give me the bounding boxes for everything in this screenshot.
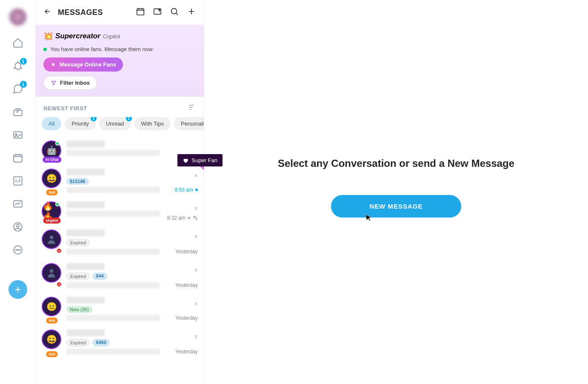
avatar: 😐Hot xyxy=(42,297,62,321)
new-message-button[interactable]: NEW MESSAGE xyxy=(331,195,461,218)
conversation-item[interactable]: 😐HotNew (3h)×Yesterday xyxy=(36,292,204,325)
money-tag: $460 xyxy=(92,339,109,347)
close-icon[interactable]: × xyxy=(194,205,198,212)
online-dot-icon xyxy=(43,48,47,51)
avatar-tag: Urgent xyxy=(43,218,61,224)
notifications-icon[interactable]: 1 xyxy=(12,60,23,72)
avatar-x-icon: ✕ xyxy=(56,248,62,254)
convo-preview-redacted xyxy=(66,150,160,156)
filter-inbox-label: Filter Inbox xyxy=(60,80,90,86)
conversation-item[interactable]: ✕Expired$44×Yesterday xyxy=(36,259,204,292)
avatar: 😄Hot xyxy=(42,330,62,355)
convo-preview-redacted xyxy=(66,249,160,255)
conversation-item[interactable]: 🔥🔥Urgent×8:32 am xyxy=(36,197,204,225)
conversation-item[interactable]: 😄Hot$15186×8:53 am xyxy=(36,164,204,197)
analytics-icon[interactable] xyxy=(12,198,23,209)
avatar: ✕ xyxy=(42,263,62,288)
unread-dot-icon xyxy=(195,189,198,191)
avatar-tag: AI Chat xyxy=(43,157,61,163)
convo-name-redacted xyxy=(66,140,105,147)
money-tag: $44 xyxy=(92,272,107,280)
convo-name-redacted xyxy=(66,201,105,208)
avatar: 🤖AI Chat xyxy=(42,140,62,160)
messages-panel: MESSAGES 💥 Supercreator Copilot You have… xyxy=(36,0,204,384)
status-tag: Expired xyxy=(66,272,90,280)
close-icon[interactable]: × xyxy=(194,333,198,341)
convo-name-redacted xyxy=(66,169,105,175)
convo-preview-redacted xyxy=(66,211,160,217)
convo-name-redacted xyxy=(66,297,105,304)
messages-icon[interactable]: 1 xyxy=(12,83,23,95)
superfan-text: Super Fan xyxy=(191,157,217,163)
filter-chip[interactable]: Unread1 xyxy=(99,117,131,130)
filter-chip[interactable]: Priority1 xyxy=(65,117,95,130)
superfan-tooltip: Super Fan xyxy=(177,154,223,166)
close-icon[interactable]: × xyxy=(194,300,198,308)
conversation-item[interactable]: 😄HotExpired$460×Yesterday xyxy=(36,325,204,359)
message-online-label: Message Online Fans xyxy=(60,61,116,68)
compose-button[interactable] xyxy=(9,280,27,299)
left-nav-rail: 1 1 xyxy=(0,0,36,384)
notif-badge: 1 xyxy=(20,58,27,65)
online-indicator xyxy=(55,202,60,206)
convo-preview-redacted xyxy=(66,282,160,288)
copilot-subtitle: Copilot xyxy=(103,33,120,40)
sort-label: NEWEST FIRST xyxy=(43,105,87,112)
home-icon[interactable] xyxy=(12,37,23,49)
convo-name-redacted xyxy=(66,229,105,236)
dot-icon xyxy=(188,217,190,219)
convo-time: 8:53 am xyxy=(175,187,198,193)
convo-name-redacted xyxy=(66,330,105,336)
messages-header: MESSAGES xyxy=(36,0,204,25)
close-icon[interactable]: × xyxy=(194,267,198,274)
close-icon[interactable]: × xyxy=(194,172,198,180)
close-icon[interactable]: × xyxy=(194,233,198,241)
account-icon[interactable] xyxy=(12,221,23,232)
page-title: MESSAGES xyxy=(58,8,130,17)
new-tag: New (3h) xyxy=(66,306,92,313)
plus-icon[interactable] xyxy=(187,7,196,18)
filter-chips: AllPriority1Unread1With TipsPersonali xyxy=(36,117,204,136)
profile-avatar[interactable] xyxy=(9,9,26,26)
avatar-tag: Hot xyxy=(46,318,58,324)
filter-inbox-button[interactable]: Filter Inbox xyxy=(43,76,97,90)
messages-badge: 1 xyxy=(20,81,27,88)
online-status-line: You have online fans. Message them now: xyxy=(43,46,196,52)
sort-icon[interactable] xyxy=(188,103,196,113)
conversation-item[interactable]: ✕Expired×Yesterday xyxy=(36,225,204,259)
vault-icon[interactable] xyxy=(12,129,23,140)
more-icon[interactable] xyxy=(12,244,23,255)
convo-time: 8:32 am xyxy=(167,215,198,221)
svg-rect-3 xyxy=(14,155,22,162)
avatar: ✕ xyxy=(42,229,62,255)
collections-icon[interactable] xyxy=(12,106,23,117)
empty-state-message: Select any Conversation or send a New Me… xyxy=(278,158,514,169)
status-tag: Expired xyxy=(66,239,90,246)
copilot-brand: Supercreator xyxy=(55,32,100,40)
convo-preview-redacted xyxy=(66,349,160,355)
calendar-icon[interactable] xyxy=(12,152,23,163)
search-icon[interactable] xyxy=(170,7,179,18)
avatar-tag: Hot xyxy=(46,351,58,357)
chip-badge: 1 xyxy=(126,117,132,121)
avatar: 😄Hot xyxy=(42,169,62,193)
avatar-tag: Hot xyxy=(46,189,58,195)
convo-preview-redacted xyxy=(66,187,160,193)
chip-badge: 1 xyxy=(91,117,97,121)
svg-point-14 xyxy=(171,9,177,14)
svg-point-7 xyxy=(16,224,19,227)
calendar-schedule-icon[interactable] xyxy=(136,7,145,18)
back-arrow-icon[interactable] xyxy=(43,7,52,17)
svg-point-11 xyxy=(19,249,20,250)
filter-chip[interactable]: With Tips xyxy=(134,117,171,130)
share-image-icon[interactable] xyxy=(153,7,162,18)
message-online-fans-button[interactable]: Message Online Fans xyxy=(43,57,123,72)
stats-icon[interactable] xyxy=(12,175,23,186)
online-indicator xyxy=(55,141,60,146)
filter-chip[interactable]: Personali xyxy=(174,117,204,130)
convo-time: Yesterday xyxy=(175,249,198,255)
filter-chip[interactable]: All xyxy=(42,117,61,130)
status-tag: Expired xyxy=(66,339,90,347)
money-tag: $15186 xyxy=(66,178,89,185)
convo-time: Yesterday xyxy=(175,349,198,355)
